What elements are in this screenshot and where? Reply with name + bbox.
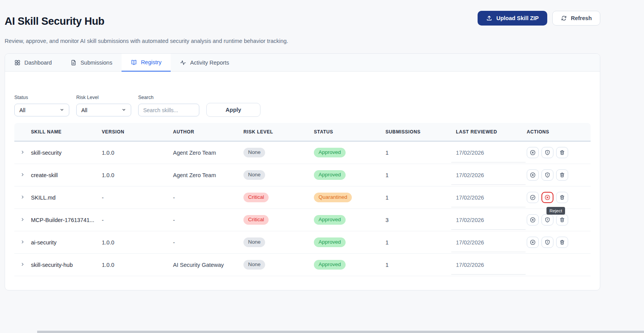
expand-row-button[interactable] [14,150,31,156]
delete-button[interactable] [556,192,568,203]
tab-activity-reports[interactable]: Activity Reports [171,54,238,71]
table-row: ai-security 1.0.0 - None Approved 1 17/0… [14,231,591,254]
expand-row-button[interactable] [14,217,31,223]
quarantine-button[interactable] [541,237,553,248]
risk-level-cell: None [243,148,314,157]
risk-level-cell: Critical [243,193,314,202]
check-circle-icon [530,195,536,200]
quarantine-button[interactable] [541,169,553,181]
skill-version: - [102,195,173,201]
document-icon [70,60,77,66]
last-reviewed-date[interactable]: 17/02/2026 [456,254,527,276]
risk-level-filter-select[interactable]: All [76,104,131,116]
search-input[interactable] [138,104,199,116]
reject-button[interactable] [527,169,539,181]
tab-submissions-label: Submissions [80,60,112,66]
status-filter-group: Status All [14,95,69,116]
expand-row-button[interactable] [14,239,31,246]
main-card: Dashboard Submissions Registry Activity … [5,53,600,290]
column-header-status: STATUS [314,129,385,135]
column-header-skill-name: SKILL NAME [31,129,102,135]
upload-skill-zip-button[interactable]: Upload Skill ZIP [478,11,547,26]
status-filter-label: Status [14,95,69,100]
last-reviewed-value: 17/02/2026 [456,262,484,268]
refresh-button[interactable]: Refresh [552,11,600,26]
skill-name: skill-security [31,150,102,156]
delete-button[interactable] [556,214,568,225]
tab-registry[interactable]: Registry [122,54,171,72]
column-header-last-reviewed: LAST REVIEWED [456,129,527,135]
last-reviewed-date[interactable]: 17/02/2026 [456,186,527,208]
reject-button[interactable] [527,214,539,225]
row-actions: Reject [527,192,591,203]
quarantine-button[interactable] [541,214,553,225]
skill-version: 1.0.0 [102,172,173,178]
table-header-row: SKILL NAME VERSION AUTHOR RISK LEVEL STA… [14,123,591,142]
risk-level-badge: Critical [243,215,269,224]
expand-row-button[interactable] [14,262,31,268]
status-cell: Quarantined [314,193,385,202]
registry-panel: Status All Risk Level All Search [5,95,600,292]
risk-level-cell: None [243,170,314,179]
expand-row-button[interactable] [14,195,31,201]
chevron-down-icon [60,107,64,113]
submissions-count: 1 [385,239,456,246]
page: AI Skill Security Hub Review, approve, a… [5,0,600,290]
delete-button[interactable] [556,147,568,158]
table-row: MCP-Builder-17613741... - - Critical App… [14,209,591,231]
column-header-submissions: SUBMISSIONS [385,129,456,135]
delete-button[interactable] [556,169,568,181]
chevron-right-icon [20,150,25,156]
risk-level-cell: None [243,237,314,247]
row-actions [527,147,591,158]
upload-skill-zip-label: Upload Skill ZIP [496,15,539,21]
submissions-count: 1 [385,262,456,268]
risk-level-cell: None [243,260,314,269]
status-cell: Approved [314,237,385,247]
status-filter-select[interactable]: All [14,104,69,116]
book-open-icon [131,59,137,65]
skill-version: 1.0.0 [102,239,173,246]
x-circle-icon [530,217,536,223]
last-reviewed-date[interactable]: 17/02/2026 [456,231,527,253]
status-filter-value: All [19,107,26,113]
x-circle-icon [530,172,536,178]
tab-dashboard[interactable]: Dashboard [5,54,61,71]
skill-name: ai-security [31,239,102,246]
skill-name: create-skill [31,172,102,178]
risk-level-filter-label: Risk Level [76,95,131,100]
status-badge: Approved [314,260,346,269]
risk-level-badge: None [243,260,265,269]
tab-dashboard-label: Dashboard [24,60,52,66]
tab-submissions[interactable]: Submissions [61,54,122,71]
delete-button[interactable] [556,237,568,248]
submissions-count: 1 [385,195,456,201]
last-reviewed-date[interactable]: 17/02/2026 [456,164,527,186]
approve-button[interactable] [527,192,539,203]
reject-button[interactable]: Reject [541,192,553,203]
last-reviewed-date[interactable]: 17/02/2026 [456,209,527,231]
skill-name: SKILL.md [31,195,102,201]
submissions-count: 1 [385,150,456,156]
reject-button[interactable] [527,147,539,158]
status-badge: Quarantined [314,193,352,202]
table-row: SKILL.md - - Critical Quarantined 1 17/0… [14,186,591,209]
last-reviewed-date[interactable]: 17/02/2026 [456,142,527,164]
quarantine-button[interactable] [541,147,553,158]
reject-tooltip: Reject [546,207,565,215]
table-row: skill-security-hub 1.0.0 AI Security Gat… [14,254,591,276]
filters-bar: Status All Risk Level All Search [14,95,591,116]
status-badge: Approved [314,215,346,224]
expand-row-button[interactable] [14,172,31,178]
chevron-right-icon [20,239,25,246]
risk-level-badge: None [243,170,265,179]
tab-activity-reports-label: Activity Reports [190,60,229,66]
horizontal-scrollbar[interactable] [37,331,644,333]
refresh-icon [561,15,567,21]
reject-button[interactable] [527,237,539,248]
submissions-count: 3 [385,217,456,223]
apply-button[interactable]: Apply [206,103,260,117]
column-header-author: AUTHOR [173,129,243,135]
skill-version: 1.0.0 [102,150,173,156]
skill-author: - [173,239,243,246]
